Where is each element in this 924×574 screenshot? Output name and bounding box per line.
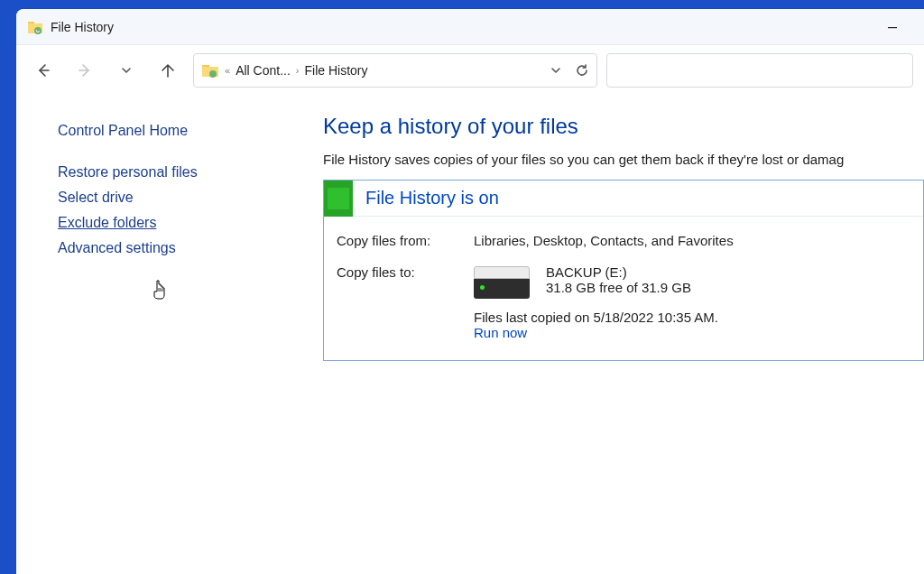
minimize-button[interactable] (872, 13, 913, 42)
run-now-link[interactable]: Run now (474, 325, 527, 340)
control-panel-home-link[interactable]: Control Panel Home (58, 123, 278, 139)
window-title: File History (51, 20, 114, 34)
breadcrumb-root[interactable]: All Cont... (236, 63, 291, 78)
toolbar: « All Cont... › File History (16, 45, 924, 96)
status-header: File History is on (324, 181, 923, 217)
svg-point-8 (209, 70, 217, 78)
forward-button[interactable] (69, 54, 101, 87)
main-content: Keep a history of your files File Histor… (296, 96, 924, 574)
last-copied-text: Files last copied on 5/18/2022 10:35 AM. (474, 310, 910, 325)
sidebar-advanced-settings[interactable]: Advanced settings (58, 240, 278, 256)
sidebar-select-drive[interactable]: Select drive (58, 190, 278, 206)
svg-rect-3 (888, 27, 897, 28)
app-icon (27, 19, 43, 35)
drive-icon (474, 266, 530, 299)
copy-to-label: Copy files to: (337, 264, 474, 299)
search-input[interactable] (606, 53, 913, 88)
back-button[interactable] (27, 54, 60, 87)
copy-from-label: Copy files from: (337, 233, 474, 248)
page-description: File History saves copies of your files … (323, 152, 924, 167)
sidebar: Control Panel Home Restore personal file… (16, 96, 296, 574)
folder-icon (201, 61, 219, 79)
status-title: File History is on (365, 188, 499, 208)
sidebar-exclude-folders[interactable]: Exclude folders (58, 215, 278, 231)
status-on-icon (324, 181, 353, 217)
drive-name: BACKUP (E:) (546, 264, 691, 280)
status-panel: File History is on Copy files from: Libr… (323, 180, 924, 361)
titlebar: File History (16, 9, 924, 45)
breadcrumb[interactable]: « All Cont... › File History (225, 63, 368, 78)
address-dropdown-icon[interactable] (550, 64, 562, 77)
page-heading: Keep a history of your files (323, 114, 924, 139)
svg-point-2 (34, 27, 42, 34)
up-button[interactable] (152, 54, 184, 87)
drive-free-space: 31.8 GB free of 31.9 GB (546, 280, 691, 295)
breadcrumb-current[interactable]: File History (305, 63, 368, 78)
refresh-button[interactable] (575, 63, 589, 78)
window: File History « (16, 9, 924, 574)
chevron-left-icon: « (225, 65, 230, 76)
copy-from-value: Libraries, Desktop, Contacts, and Favori… (474, 233, 734, 248)
address-bar[interactable]: « All Cont... › File History (193, 53, 597, 88)
sidebar-restore-personal-files[interactable]: Restore personal files (58, 164, 278, 181)
recent-dropdown-button[interactable] (110, 54, 143, 87)
chevron-right-icon: › (296, 65, 300, 76)
